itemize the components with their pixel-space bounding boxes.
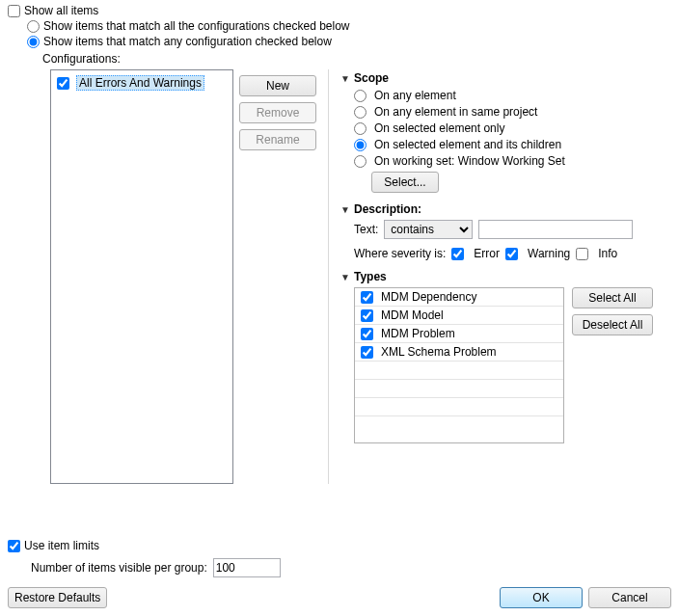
match-all-radio[interactable] (27, 20, 40, 33)
type-checkbox[interactable] (361, 328, 373, 340)
type-label: MDM Problem (381, 327, 455, 340)
table-row[interactable]: MDM Problem (355, 325, 563, 343)
type-label: MDM Model (381, 308, 444, 322)
severity-warning-checkbox[interactable] (505, 248, 518, 260)
table-row[interactable]: XML Schema Problem (355, 343, 563, 362)
type-label: XML Schema Problem (381, 345, 497, 359)
severity-info-checkbox[interactable] (576, 248, 588, 260)
configurations-label: Configurations: (42, 52, 671, 66)
severity-label: Where severity is: (354, 247, 446, 260)
configurations-list[interactable]: All Errors And Warnings (50, 69, 233, 484)
description-twistie-icon[interactable]: ▼ (340, 204, 350, 215)
new-button[interactable]: New (239, 75, 316, 96)
match-any-radio[interactable] (27, 36, 40, 48)
table-row (355, 380, 563, 398)
select-working-set-button[interactable]: Select... (371, 172, 439, 193)
rename-button: Rename (239, 129, 316, 150)
table-row[interactable]: MDM Dependency (355, 288, 563, 307)
type-checkbox[interactable] (361, 346, 373, 359)
table-row (355, 362, 563, 380)
severity-warning-label: Warning (528, 247, 570, 260)
table-row[interactable]: MDM Model (355, 307, 563, 325)
num-items-input[interactable] (213, 558, 281, 577)
list-item[interactable]: All Errors And Warnings (55, 74, 229, 92)
select-all-button[interactable]: Select All (572, 287, 653, 308)
scope-working-set-radio[interactable] (354, 155, 367, 168)
table-row (355, 416, 563, 435)
ok-button[interactable]: OK (500, 587, 583, 608)
types-title: Types (354, 270, 387, 283)
scope-same-project-radio[interactable] (354, 106, 367, 119)
show-all-label: Show all items (24, 4, 98, 17)
description-title: Description: (354, 202, 421, 216)
scope-selected-children-label: On selected element and its children (374, 138, 561, 151)
num-items-label: Number of items visible per group: (31, 561, 207, 575)
table-row (355, 398, 563, 416)
severity-info-label: Info (598, 247, 617, 260)
severity-error-label: Error (474, 247, 500, 260)
use-item-limits-checkbox[interactable] (8, 540, 20, 552)
severity-error-checkbox[interactable] (451, 248, 464, 260)
type-checkbox[interactable] (361, 291, 373, 304)
type-checkbox[interactable] (361, 309, 373, 322)
config-item-checkbox[interactable] (57, 77, 69, 90)
type-label: MDM Dependency (381, 290, 476, 304)
restore-defaults-button[interactable]: Restore Defaults (8, 587, 107, 608)
match-any-label: Show items that match any configuration … (43, 35, 332, 48)
match-all-label: Show items that match all the configurat… (43, 19, 350, 33)
deselect-all-button[interactable]: Deselect All (572, 314, 653, 335)
scope-selected-children-radio[interactable] (354, 139, 367, 151)
scope-selected-only-label: On selected element only (374, 121, 504, 135)
scope-selected-only-radio[interactable] (354, 122, 367, 135)
text-label: Text: (354, 223, 378, 236)
scope-title: Scope (354, 71, 389, 85)
types-list[interactable]: MDM Dependency MDM Model MDM Problem XML… (354, 287, 564, 443)
show-all-checkbox[interactable] (8, 5, 20, 17)
cancel-button[interactable]: Cancel (588, 587, 671, 608)
text-match-combo[interactable]: contains (384, 220, 473, 239)
scope-twistie-icon[interactable]: ▼ (340, 73, 350, 84)
config-item-label: All Errors And Warnings (76, 75, 204, 91)
remove-button: Remove (239, 102, 316, 123)
text-match-input[interactable] (478, 220, 633, 239)
scope-any-element-label: On any element (374, 89, 456, 102)
types-twistie-icon[interactable]: ▼ (340, 272, 350, 282)
scope-same-project-label: On any element in same project (374, 105, 537, 119)
scope-any-element-radio[interactable] (354, 90, 367, 102)
use-item-limits-label: Use item limits (24, 539, 99, 552)
scope-working-set-label: On working set: Window Working Set (374, 154, 565, 168)
